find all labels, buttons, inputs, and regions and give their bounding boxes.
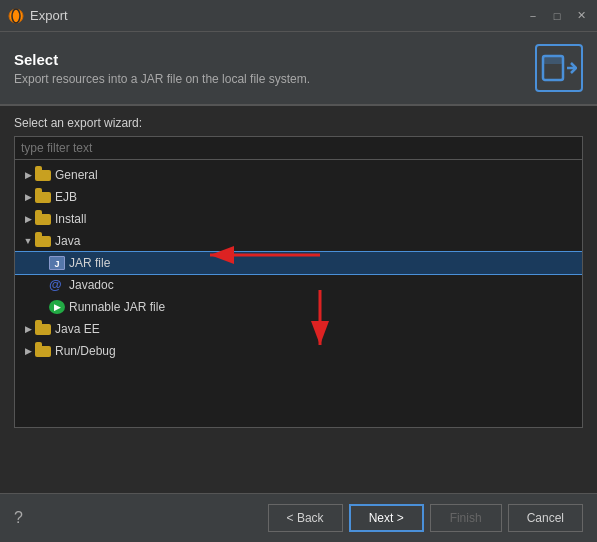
tree-item[interactable]: ▼Java — [15, 230, 582, 252]
chevron-icon: ▶ — [21, 170, 35, 180]
tree-item[interactable]: ▶Java EE — [15, 318, 582, 340]
minimize-button[interactable]: − — [525, 8, 541, 24]
maximize-button[interactable]: □ — [549, 8, 565, 24]
close-button[interactable]: ✕ — [573, 8, 589, 24]
finish-button[interactable]: Finish — [430, 504, 502, 532]
tree-item[interactable]: ▶Install — [15, 208, 582, 230]
page-title: Select — [14, 51, 310, 68]
header-section: Select Export resources into a JAR file … — [0, 32, 597, 105]
chevron-icon: ▶ — [21, 192, 35, 202]
bottom-bar: ? < Back Next > Finish Cancel — [0, 493, 597, 542]
folder-icon — [35, 170, 51, 181]
tree-item-label: General — [55, 168, 98, 182]
tree-item[interactable]: ▶Run/Debug — [15, 340, 582, 362]
tree-item-label: JAR file — [69, 256, 110, 270]
tree-item-label: Javadoc — [69, 278, 114, 292]
dialog-window: Export − □ ✕ Select Export resources int… — [0, 0, 597, 542]
wizard-label: Select an export wizard: — [14, 116, 583, 130]
tree-item-label: Runnable JAR file — [69, 300, 165, 314]
page-description: Export resources into a JAR file on the … — [14, 72, 310, 86]
svg-point-0 — [9, 9, 23, 23]
chevron-icon: ▼ — [21, 236, 35, 246]
folder-icon — [35, 214, 51, 225]
javadoc-icon: @ — [49, 278, 65, 292]
jar-icon: J — [49, 256, 65, 270]
folder-icon — [35, 236, 51, 247]
cancel-button[interactable]: Cancel — [508, 504, 583, 532]
chevron-icon: ▶ — [21, 346, 35, 356]
folder-icon — [35, 324, 51, 335]
tree-item[interactable]: ▶EJB — [15, 186, 582, 208]
window-controls: − □ ✕ — [525, 8, 589, 24]
tree-container[interactable]: ▶General▶EJB▶Install▼Java JJAR file @Jav… — [14, 160, 583, 428]
chevron-icon: ▶ — [21, 214, 35, 224]
window-title: Export — [30, 8, 525, 23]
header-text: Select Export resources into a JAR file … — [14, 51, 310, 86]
tree-item[interactable]: @Javadoc — [15, 274, 582, 296]
filter-input[interactable] — [14, 136, 583, 160]
export-icon — [535, 44, 583, 92]
svg-rect-3 — [543, 56, 563, 64]
tree-item[interactable]: JJAR file — [15, 252, 582, 274]
runnable-icon: ▶ — [49, 300, 65, 314]
app-icon — [8, 8, 24, 24]
export-icon-svg — [541, 50, 577, 86]
tree-item-label: Install — [55, 212, 86, 226]
help-icon[interactable]: ? — [14, 509, 23, 527]
next-button[interactable]: Next > — [349, 504, 424, 532]
tree-item-label: Java — [55, 234, 80, 248]
tree-item[interactable]: ▶Runnable JAR file — [15, 296, 582, 318]
tree-item-label: Java EE — [55, 322, 100, 336]
tree-item-label: EJB — [55, 190, 77, 204]
folder-icon — [35, 192, 51, 203]
chevron-icon: ▶ — [21, 324, 35, 334]
folder-icon — [35, 346, 51, 357]
back-button[interactable]: < Back — [268, 504, 343, 532]
content-area: Select an export wizard: ▶General▶EJB▶In… — [0, 106, 597, 438]
tree-item[interactable]: ▶General — [15, 164, 582, 186]
tree-item-label: Run/Debug — [55, 344, 116, 358]
title-bar: Export − □ ✕ — [0, 0, 597, 32]
button-group: < Back Next > Finish Cancel — [268, 504, 583, 532]
